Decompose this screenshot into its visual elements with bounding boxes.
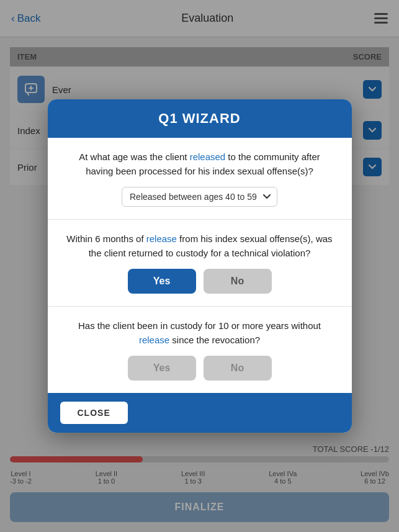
modal-title: Q1 WIZARD (158, 110, 240, 126)
modal-section-3: Has the client been in custody for 10 or… (48, 307, 352, 393)
question-1: At what age was the client released to t… (65, 150, 334, 178)
wizard-modal: Q1 WIZARD At what age was the client rel… (48, 99, 352, 433)
dropdown-wrap: Released between ages 40 to 59 Released … (65, 187, 334, 207)
question-1-link: released (190, 151, 226, 162)
question-2-link: release (146, 233, 177, 244)
question-3-post: since the revocation? (169, 335, 260, 345)
modal-body: At what age was the client released to t… (48, 138, 352, 393)
modal-section-2: Within 6 months of release from his inde… (48, 220, 352, 307)
question-1-pre: At what age was the client (79, 151, 189, 162)
question-2: Within 6 months of release from his inde… (65, 232, 334, 260)
modal-header: Q1 WIZARD (48, 99, 352, 138)
question-3: Has the client been in custody for 10 or… (65, 319, 334, 347)
age-release-select[interactable]: Released between ages 40 to 59 Released … (122, 187, 277, 207)
section-2-btn-row: Yes No (65, 269, 334, 294)
section-2-yes-button[interactable]: Yes (128, 269, 196, 294)
section-3-no-button[interactable]: No (204, 356, 272, 381)
section-3-yes-button[interactable]: Yes (128, 356, 196, 381)
question-2-pre: Within 6 months of (66, 233, 146, 244)
section-2-no-button[interactable]: No (204, 269, 272, 294)
modal-overlay: Q1 WIZARD At what age was the client rel… (0, 0, 399, 532)
section-3-btn-row: Yes No (65, 356, 334, 381)
close-button[interactable]: CLOSE (60, 402, 128, 424)
question-3-pre: Has the client been in custody for 10 or… (78, 320, 321, 331)
question-3-link: release (139, 335, 169, 345)
modal-section-1: At what age was the client released to t… (48, 138, 352, 220)
modal-footer: CLOSE (48, 393, 352, 433)
